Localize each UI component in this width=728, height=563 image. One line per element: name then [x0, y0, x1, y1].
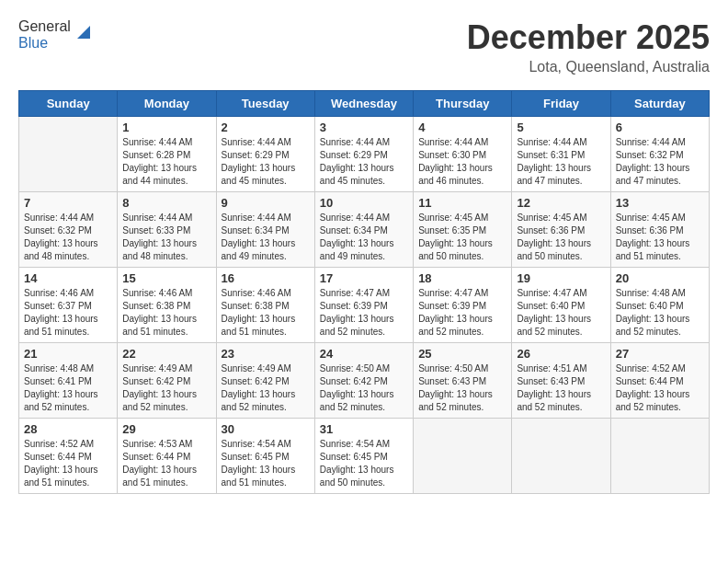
day-info: Sunrise: 4:45 AMSunset: 6:35 PMDaylight:… [418, 212, 506, 263]
day-info: Sunrise: 4:45 AMSunset: 6:36 PMDaylight:… [616, 212, 704, 263]
day-number: 12 [517, 196, 605, 210]
day-number: 2 [222, 121, 310, 134]
day-info: Sunrise: 4:46 AMSunset: 6:38 PMDaylight:… [122, 287, 210, 339]
day-info: Sunrise: 4:52 AMSunset: 6:44 PMDaylight:… [24, 438, 112, 489]
day-info: Sunrise: 4:48 AMSunset: 6:40 PMDaylight:… [616, 287, 704, 339]
day-number: 17 [320, 271, 408, 285]
day-info: Sunrise: 4:44 AMSunset: 6:34 PMDaylight:… [320, 212, 408, 263]
day-info: Sunrise: 4:44 AMSunset: 6:32 PMDaylight:… [24, 212, 112, 263]
calendar-header: Sunday Monday Tuesday Wednesday Thursday… [19, 91, 710, 117]
day-number: 9 [222, 196, 310, 210]
day-number: 24 [320, 347, 408, 361]
table-row: 3 Sunrise: 4:44 AMSunset: 6:29 PMDayligh… [314, 117, 413, 192]
table-row: 8 Sunrise: 4:44 AMSunset: 6:33 PMDayligh… [118, 192, 216, 268]
day-number: 5 [517, 121, 605, 134]
day-info: Sunrise: 4:49 AMSunset: 6:42 PMDaylight:… [222, 362, 310, 414]
day-info: Sunrise: 4:47 AMSunset: 6:39 PMDaylight:… [418, 287, 506, 339]
table-row: 12 Sunrise: 4:45 AMSunset: 6:36 PMDaylig… [512, 192, 610, 268]
table-row: 13 Sunrise: 4:45 AMSunset: 6:36 PMDaylig… [610, 192, 709, 268]
day-number: 19 [517, 271, 605, 285]
table-row: 6 Sunrise: 4:44 AMSunset: 6:32 PMDayligh… [610, 117, 709, 192]
table-row: 11 Sunrise: 4:45 AMSunset: 6:35 PMDaylig… [414, 192, 512, 268]
table-row: 16 Sunrise: 4:46 AMSunset: 6:38 PMDaylig… [216, 268, 314, 343]
logo-general: General [18, 18, 71, 34]
table-row: 25 Sunrise: 4:50 AMSunset: 6:43 PMDaylig… [414, 343, 512, 419]
day-number: 21 [24, 347, 112, 361]
day-info: Sunrise: 4:54 AMSunset: 6:45 PMDaylight:… [222, 438, 310, 489]
page-header: General Blue December 2025 Lota, Queensl… [18, 18, 710, 75]
day-number: 25 [418, 347, 506, 361]
day-number: 30 [222, 422, 310, 436]
table-row [414, 419, 512, 494]
day-number: 14 [24, 271, 112, 285]
day-number: 13 [616, 196, 704, 210]
day-number: 11 [418, 196, 506, 210]
col-wednesday: Wednesday [314, 91, 413, 117]
day-info: Sunrise: 4:45 AMSunset: 6:36 PMDaylight:… [517, 212, 605, 263]
calendar-table: Sunday Monday Tuesday Wednesday Thursday… [18, 90, 710, 494]
day-number: 7 [24, 196, 112, 210]
day-info: Sunrise: 4:47 AMSunset: 6:39 PMDaylight:… [320, 287, 408, 339]
col-tuesday: Tuesday [216, 91, 314, 117]
table-row: 30 Sunrise: 4:54 AMSunset: 6:45 PMDaylig… [216, 419, 314, 494]
table-row: 14 Sunrise: 4:46 AMSunset: 6:37 PMDaylig… [19, 268, 118, 343]
month-title: December 2025 [467, 18, 710, 57]
day-info: Sunrise: 4:51 AMSunset: 6:43 PMDaylight:… [517, 362, 605, 414]
day-number: 8 [122, 196, 210, 210]
table-row: 24 Sunrise: 4:50 AMSunset: 6:42 PMDaylig… [314, 343, 413, 419]
table-row: 7 Sunrise: 4:44 AMSunset: 6:32 PMDayligh… [19, 192, 118, 268]
calendar-week-row: 14 Sunrise: 4:46 AMSunset: 6:37 PMDaylig… [19, 268, 710, 343]
table-row: 20 Sunrise: 4:48 AMSunset: 6:40 PMDaylig… [610, 268, 709, 343]
logo-icon [74, 20, 94, 40]
day-info: Sunrise: 4:48 AMSunset: 6:41 PMDaylight:… [24, 362, 112, 414]
day-number: 26 [517, 347, 605, 361]
day-number: 31 [320, 422, 408, 436]
col-thursday: Thursday [414, 91, 512, 117]
table-row: 2 Sunrise: 4:44 AMSunset: 6:29 PMDayligh… [216, 117, 314, 192]
day-number: 18 [418, 271, 506, 285]
day-number: 15 [122, 271, 210, 285]
day-info: Sunrise: 4:44 AMSunset: 6:29 PMDaylight:… [222, 136, 310, 188]
table-row: 28 Sunrise: 4:52 AMSunset: 6:44 PMDaylig… [19, 419, 118, 494]
col-friday: Friday [512, 91, 610, 117]
day-number: 16 [222, 271, 310, 285]
header-row: Sunday Monday Tuesday Wednesday Thursday… [19, 91, 710, 117]
day-info: Sunrise: 4:52 AMSunset: 6:44 PMDaylight:… [616, 362, 704, 414]
table-row: 23 Sunrise: 4:49 AMSunset: 6:42 PMDaylig… [216, 343, 314, 419]
table-row: 29 Sunrise: 4:53 AMSunset: 6:44 PMDaylig… [118, 419, 216, 494]
day-info: Sunrise: 4:44 AMSunset: 6:32 PMDaylight:… [616, 136, 704, 188]
table-row: 17 Sunrise: 4:47 AMSunset: 6:39 PMDaylig… [314, 268, 413, 343]
col-sunday: Sunday [19, 91, 118, 117]
day-number: 1 [122, 121, 210, 134]
table-row [19, 117, 118, 192]
day-number: 6 [616, 121, 704, 134]
day-info: Sunrise: 4:44 AMSunset: 6:30 PMDaylight:… [418, 136, 506, 188]
day-info: Sunrise: 4:50 AMSunset: 6:42 PMDaylight:… [320, 362, 408, 414]
table-row: 4 Sunrise: 4:44 AMSunset: 6:30 PMDayligh… [414, 117, 512, 192]
day-number: 22 [122, 347, 210, 361]
day-number: 3 [320, 121, 408, 134]
calendar-week-row: 7 Sunrise: 4:44 AMSunset: 6:32 PMDayligh… [19, 192, 710, 268]
table-row: 31 Sunrise: 4:54 AMSunset: 6:45 PMDaylig… [314, 419, 413, 494]
day-number: 4 [418, 121, 506, 134]
table-row: 19 Sunrise: 4:47 AMSunset: 6:40 PMDaylig… [512, 268, 610, 343]
calendar-week-row: 1 Sunrise: 4:44 AMSunset: 6:28 PMDayligh… [19, 117, 710, 192]
location: Lota, Queensland, Australia [467, 59, 710, 75]
day-number: 29 [122, 422, 210, 436]
day-info: Sunrise: 4:54 AMSunset: 6:45 PMDaylight:… [320, 438, 408, 489]
table-row: 5 Sunrise: 4:44 AMSunset: 6:31 PMDayligh… [512, 117, 610, 192]
table-row [512, 419, 610, 494]
day-info: Sunrise: 4:53 AMSunset: 6:44 PMDaylight:… [122, 438, 210, 489]
table-row: 10 Sunrise: 4:44 AMSunset: 6:34 PMDaylig… [314, 192, 413, 268]
day-info: Sunrise: 4:46 AMSunset: 6:38 PMDaylight:… [222, 287, 310, 339]
col-saturday: Saturday [610, 91, 709, 117]
table-row: 22 Sunrise: 4:49 AMSunset: 6:42 PMDaylig… [118, 343, 216, 419]
day-info: Sunrise: 4:44 AMSunset: 6:34 PMDaylight:… [222, 212, 310, 263]
day-info: Sunrise: 4:46 AMSunset: 6:37 PMDaylight:… [24, 287, 112, 339]
table-row: 27 Sunrise: 4:52 AMSunset: 6:44 PMDaylig… [610, 343, 709, 419]
table-row: 9 Sunrise: 4:44 AMSunset: 6:34 PMDayligh… [216, 192, 314, 268]
col-monday: Monday [118, 91, 216, 117]
title-block: December 2025 Lota, Queensland, Australi… [467, 18, 710, 75]
day-info: Sunrise: 4:44 AMSunset: 6:31 PMDaylight:… [517, 136, 605, 188]
day-number: 23 [222, 347, 310, 361]
